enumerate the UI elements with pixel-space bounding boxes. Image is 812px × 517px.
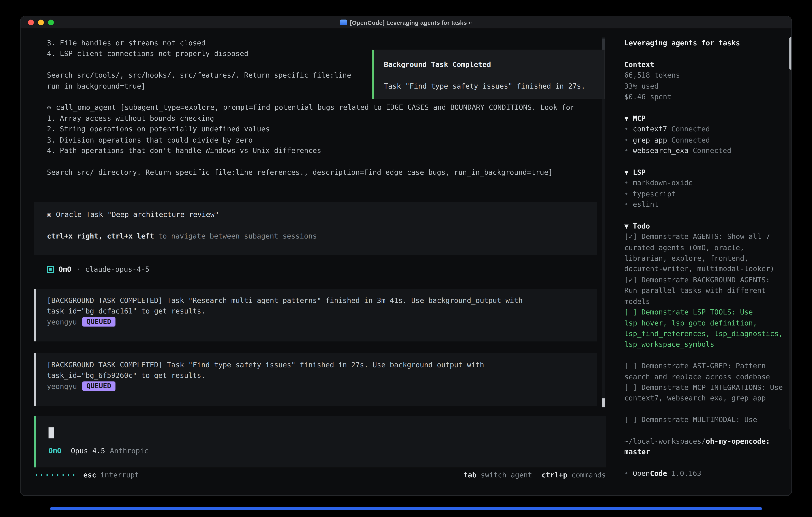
- version-number: 1.0.163: [671, 468, 701, 479]
- blank-line: [625, 350, 786, 360]
- mcp-item-status: Connected: [671, 134, 710, 145]
- message-line: task_id="bg_dcfac161" to get results.: [47, 306, 597, 317]
- todo-item-pending: [ ] Demonstrate MULTIMODAL: Use: [625, 414, 786, 425]
- message-footer: yeongyuQUEUED: [47, 381, 597, 392]
- status-left: ········ esc interrupt: [34, 471, 139, 479]
- lsp-header-label: LSP: [633, 166, 645, 177]
- mcp-item-status: Connected: [671, 124, 710, 134]
- blank-line: [47, 220, 597, 230]
- lsp-item-name: markdown-oxide: [633, 177, 693, 188]
- blank-line: [625, 156, 786, 167]
- lsp-item: •typescript: [625, 188, 786, 199]
- terminal-content: 3. File handles or streams not closed 4.…: [21, 29, 791, 496]
- oracle-task-title: Oracle Task "Deep architecture review": [56, 210, 219, 218]
- mcp-item: •websearch_exaConnected: [625, 145, 786, 156]
- terminal-line: 1. Array access without bounds checking: [47, 113, 616, 124]
- author-name: yeongyu: [47, 381, 77, 392]
- scrollbar-thumb[interactable]: [602, 398, 605, 407]
- context-header-label: Context: [625, 59, 655, 70]
- todo-item-pending: [ ] Demonstrate AST-GREP: Pattern search…: [625, 360, 786, 382]
- model-selector-row: OmO Opus 4.5 Anthropic: [49, 446, 148, 455]
- workspace-repo-name: oh-my-opencode:: [706, 437, 770, 445]
- lsp-item-name: eslint: [633, 199, 659, 210]
- tab-key-hint: tab: [464, 471, 476, 479]
- blank-line: [625, 102, 786, 113]
- toast-body: Task "Find type safety issues" finished …: [384, 81, 604, 91]
- sidebar-scrollbar[interactable]: [789, 37, 792, 430]
- oracle-task-title-row: ◉Oracle Task "Deep architecture review": [47, 209, 597, 220]
- assistant-message: [BACKGROUND TASK COMPLETED] Task "Find t…: [34, 353, 597, 406]
- agent-header: OmO · claude-opus-4-5: [47, 264, 149, 274]
- esc-key-label: interrupt: [100, 471, 139, 479]
- brand-name: OpenCode: [633, 468, 667, 479]
- separator-dot: ·: [76, 265, 80, 273]
- lsp-item: •eslint: [625, 199, 786, 210]
- workspace-path: ~/local-workspaces/oh-my-opencode:: [625, 436, 786, 446]
- screen: [OpenCode] Leveraging agents for tasks ◐…: [0, 0, 812, 517]
- blank-line: [625, 210, 786, 220]
- agent-square-icon: [47, 266, 54, 272]
- lsp-section-header[interactable]: ▼LSP: [625, 166, 786, 177]
- blank-line: [625, 457, 786, 468]
- blank-line: [47, 156, 616, 167]
- chevron-down-icon: ▼: [625, 220, 629, 231]
- terminal-line: 2. String operations on potentially unde…: [47, 124, 616, 134]
- record-icon: ◉: [47, 210, 51, 218]
- context-header: Context: [625, 59, 786, 70]
- sidebar: Leveraging agents for tasks Context 66,5…: [625, 37, 786, 479]
- bullet-icon: •: [625, 134, 629, 145]
- provider-label: Anthropic: [110, 446, 148, 455]
- session-title: Leveraging agents for tasks: [625, 37, 786, 48]
- message-line: task_id="bg_6f59260c" to get results.: [47, 370, 597, 381]
- terminal-line: 4. Path operations that don't handle Win…: [47, 145, 616, 156]
- scrollbar-thumb[interactable]: [789, 37, 792, 70]
- message-line: [BACKGROUND TASK COMPLETED] Task "Resear…: [47, 295, 597, 306]
- mcp-item-status: Connected: [693, 145, 731, 156]
- blank-line: [625, 48, 786, 59]
- prompt-input[interactable]: OmO Opus 4.5 Anthropic: [34, 416, 606, 468]
- todo-item-done: [✓] Demonstrate BACKGROUND AGENTS: Run p…: [625, 274, 786, 307]
- message-line: [BACKGROUND TASK COMPLETED] Task "Find t…: [47, 359, 597, 370]
- bullet-icon: •: [625, 188, 629, 199]
- todo-header-label: Todo: [633, 220, 650, 231]
- app-window: [OpenCode] Leveraging agents for tasks ◐…: [20, 16, 792, 496]
- app-version-footer: •OpenCode1.0.163: [625, 468, 786, 479]
- mcp-item: •context7Connected: [625, 124, 786, 134]
- chevron-down-icon: ▼: [625, 166, 629, 177]
- todo-item-pending: [ ] Demonstrate MCP INTEGRATIONS: Use co…: [625, 382, 786, 404]
- queued-badge: QUEUED: [82, 317, 115, 327]
- blank-line: [625, 425, 786, 436]
- chevron-down-icon: ▼: [625, 113, 629, 124]
- todo-section-header[interactable]: ▼Todo: [625, 220, 786, 231]
- brand-name-open: Open: [633, 469, 650, 478]
- blank-line: [625, 404, 786, 414]
- agent-model: claude-opus-4-5: [85, 265, 149, 273]
- context-tokens: 66,518 tokens: [625, 70, 786, 81]
- agent-square-icon-core: [49, 268, 52, 270]
- mcp-header-label: MCP: [633, 113, 645, 124]
- assistant-message: [BACKGROUND TASK COMPLETED] Task "Resear…: [34, 289, 597, 342]
- bullet-icon: •: [625, 177, 629, 188]
- lsp-item-name: typescript: [633, 188, 676, 199]
- mcp-section-header[interactable]: ▼MCP: [625, 113, 786, 124]
- tool-call-line: ⚙call_omo_agent [subagent_type=explore, …: [47, 102, 616, 113]
- agent-name: OmO: [59, 265, 71, 273]
- message-footer: yeongyuQUEUED: [47, 317, 597, 327]
- esc-key-hint: esc: [83, 471, 96, 479]
- active-agent-label: OmO: [49, 446, 61, 455]
- titlebar: [OpenCode] Leveraging agents for tasks ◐: [21, 17, 791, 29]
- toast-title: Background Task Completed: [384, 59, 604, 70]
- mcp-item-name: grep_app: [633, 134, 667, 145]
- ctrlp-key-hint: ctrl+p: [542, 471, 568, 479]
- context-spent: $0.46 spent: [625, 91, 786, 102]
- brand-name-code: Code: [650, 469, 667, 478]
- author-name: yeongyu: [47, 317, 77, 327]
- todo-item-done: [✓] Demonstrate AGENTS: Show all 7 curat…: [625, 231, 786, 274]
- mcp-item: •grep_appConnected: [625, 134, 786, 145]
- terminal-line: Search src/ directory. Return specific f…: [47, 166, 616, 177]
- bullet-icon: •: [625, 468, 629, 479]
- context-used: 33% used: [625, 81, 786, 91]
- navigation-hint: ctrl+x right, ctrl+x leftto navigate bet…: [47, 230, 597, 241]
- ctrlp-key-label: commands: [572, 471, 606, 479]
- workspace-path-prefix: ~/local-workspaces/: [625, 437, 706, 445]
